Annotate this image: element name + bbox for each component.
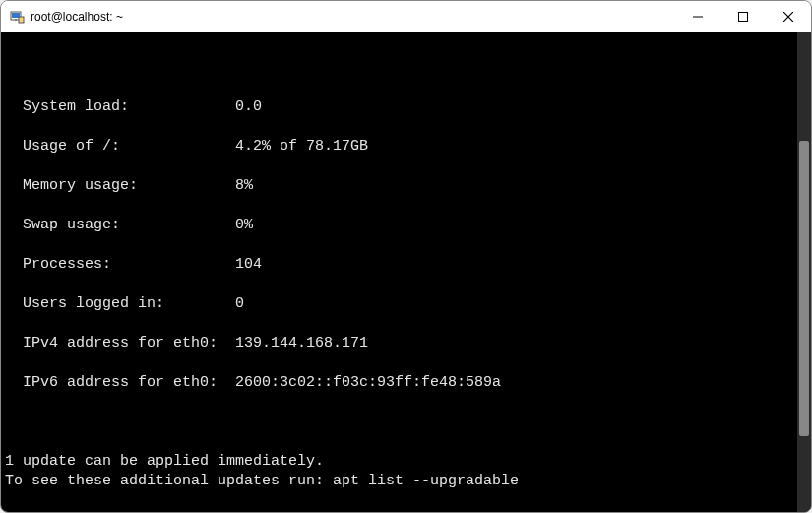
- scrollbar-track[interactable]: [797, 32, 811, 512]
- terminal-output[interactable]: System load:0.0 Usage of /:4.2% of 78.17…: [1, 32, 797, 512]
- window-titlebar: root@localhost: ~: [1, 1, 811, 32]
- svg-rect-5: [739, 12, 748, 21]
- stat-label: IPv4 address for eth0:: [23, 334, 235, 353]
- stat-value: 4.2% of 78.17GB: [235, 138, 368, 155]
- stat-label: Usage of /:: [23, 137, 235, 157]
- stat-label: Users logged in:: [23, 294, 235, 314]
- updates-line-1: 1 update can be applied immediately.: [5, 453, 324, 470]
- blank-line: [5, 433, 14, 450]
- stat-label: IPv6 address for eth0:: [23, 373, 235, 393]
- updates-line-2: To see these additional updates run: apt…: [5, 473, 519, 489]
- stat-system-load: System load:0.0: [5, 97, 797, 117]
- scrollbar-thumb[interactable]: [799, 141, 809, 436]
- blank-line: [5, 58, 797, 78]
- stat-value: 8%: [235, 177, 253, 194]
- maximize-button[interactable]: [720, 1, 766, 32]
- minimize-icon: [693, 12, 703, 22]
- stat-label: Processes:: [23, 255, 235, 275]
- stat-disk-usage: Usage of /:4.2% of 78.17GB: [5, 137, 797, 157]
- stat-processes: Processes:104: [5, 255, 797, 275]
- stat-value: 104: [235, 256, 262, 273]
- close-button[interactable]: [766, 1, 811, 32]
- stat-value: 2600:3c02::f03c:93ff:fe48:589a: [235, 374, 501, 391]
- window-title: root@localhost: ~: [31, 10, 123, 24]
- stat-ipv4: IPv4 address for eth0:139.144.168.171: [5, 334, 797, 353]
- stat-value: 0%: [235, 217, 253, 233]
- stat-users-logged-in: Users logged in:0: [5, 294, 797, 314]
- stat-memory-usage: Memory usage:8%: [5, 176, 797, 196]
- stat-value: 139.144.168.171: [235, 335, 368, 352]
- stat-swap-usage: Swap usage:0%: [5, 216, 797, 235]
- stat-ipv6: IPv6 address for eth0:2600:3c02::f03c:93…: [5, 373, 797, 393]
- maximize-icon: [738, 12, 748, 22]
- blank-line: [5, 414, 14, 430]
- minimize-button[interactable]: [675, 1, 720, 32]
- stat-value: 0.0: [235, 98, 262, 115]
- stat-value: 0: [235, 295, 244, 312]
- window-controls: [675, 1, 811, 32]
- blank-line: [5, 492, 14, 509]
- svg-rect-2: [19, 17, 24, 23]
- stat-label: Memory usage:: [23, 176, 235, 196]
- terminal-area[interactable]: System load:0.0 Usage of /:4.2% of 78.17…: [1, 32, 811, 512]
- stat-label: System load:: [23, 97, 235, 117]
- putty-icon: [9, 9, 25, 25]
- close-icon: [783, 12, 793, 22]
- stat-label: Swap usage:: [23, 216, 235, 235]
